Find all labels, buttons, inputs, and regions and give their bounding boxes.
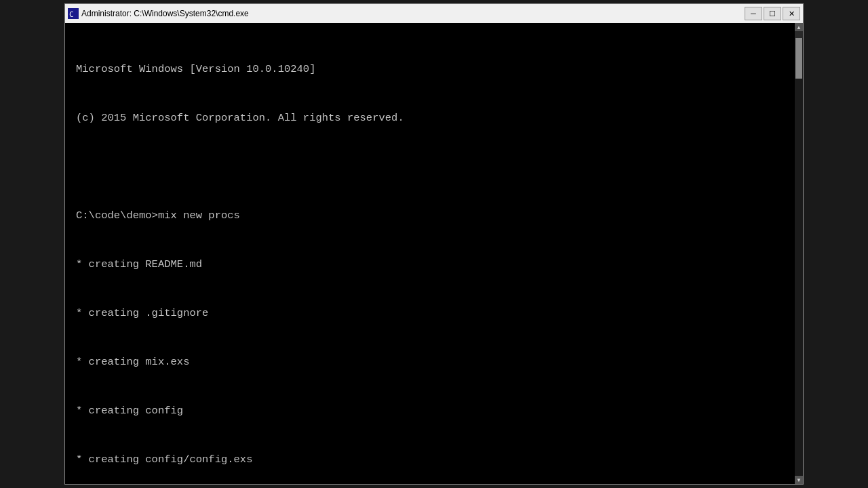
minimize-button[interactable]: ─ (745, 7, 762, 20)
output-line-8: * creating config (76, 403, 792, 419)
close-button[interactable]: ✕ (783, 7, 800, 20)
window-title: Administrator: C:\Windows\System32\cmd.e… (81, 9, 249, 18)
output-line-5: * creating README.md (76, 256, 792, 272)
restore-button[interactable]: ☐ (764, 7, 781, 20)
output-line-1: Microsoft Windows [Version 10.0.10240] (76, 61, 792, 77)
output-line-4: C:\code\demo>mix new procs (76, 207, 792, 224)
scrollbar[interactable]: ▲ ▼ (795, 23, 803, 484)
output-line-2: (c) 2015 Microsoft Corporation. All righ… (76, 110, 792, 126)
title-bar-controls: ─ ☐ ✕ (745, 7, 800, 20)
title-bar-left: C Administrator: C:\Windows\System32\cmd… (68, 8, 249, 19)
output-line-9: * creating config/config.exs (76, 451, 792, 468)
svg-text:C: C (69, 10, 74, 19)
terminal-output: Microsoft Windows [Version 10.0.10240] (… (65, 23, 803, 484)
scrollbar-thumb[interactable] (795, 38, 802, 79)
output-line-6: * creating .gitignore (76, 305, 792, 321)
cmd-window: C Administrator: C:\Windows\System32\cmd… (64, 3, 804, 485)
output-line-7: * creating mix.exs (76, 354, 792, 370)
scroll-up-arrow[interactable]: ▲ (795, 23, 803, 31)
title-bar: C Administrator: C:\Windows\System32\cmd… (65, 4, 803, 23)
output-line-3 (76, 159, 792, 175)
cmd-icon: C (68, 8, 79, 19)
scroll-down-arrow[interactable]: ▼ (795, 476, 803, 484)
